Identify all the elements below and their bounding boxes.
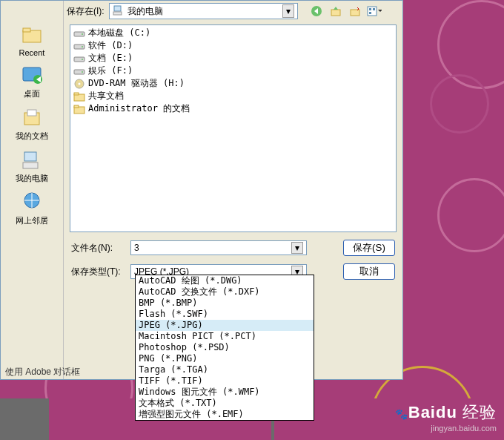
svg-rect-5 — [27, 110, 36, 116]
file-item[interactable]: 娱乐 (F:) — [72, 65, 394, 77]
pawprint-icon — [395, 403, 407, 415]
dvd-icon — [73, 78, 85, 90]
file-item[interactable]: Administrator 的文档 — [72, 102, 394, 115]
svg-rect-15 — [369, 8, 371, 10]
drive-icon — [73, 27, 85, 39]
filetype-option[interactable]: Targa (*.TGA) — [136, 364, 314, 375]
svg-rect-1 — [23, 28, 30, 32]
folder-icon — [73, 103, 85, 115]
svg-point-21 — [82, 46, 83, 47]
filetype-option[interactable]: Photoshop (*.PSD) — [136, 342, 314, 353]
drive-icon — [73, 40, 85, 52]
toolbar: 保存在(I): 我的电脑 ▾ — [64, 1, 402, 22]
file-name: DVD-RAM 驱动器 (H:) — [88, 77, 185, 90]
computer-small-icon — [113, 4, 125, 19]
chevron-down-icon[interactable]: ▾ — [291, 242, 303, 254]
view-menu-button[interactable] — [366, 3, 382, 19]
svg-rect-31 — [74, 105, 79, 108]
svg-rect-14 — [368, 7, 377, 16]
cancel-button[interactable]: 取消 — [343, 263, 395, 280]
sidebar-label: 我的文档 — [16, 131, 48, 142]
places-sidebar: Recent 桌面 我的文档 我的电脑 网上邻居 — [1, 1, 64, 379]
file-list[interactable]: 本地磁盘 (C:)软件 (D:)文档 (E:)娱乐 (F:)DVD-RAM 驱动… — [70, 24, 397, 232]
svg-point-27 — [79, 82, 81, 85]
drive-icon — [73, 65, 85, 77]
svg-rect-29 — [74, 93, 79, 95]
svg-rect-6 — [24, 152, 36, 161]
svg-rect-7 — [23, 162, 38, 168]
filetype-option[interactable]: Windows 图元文件 (*.WMF) — [136, 387, 314, 398]
folder-recent-icon — [20, 23, 44, 47]
svg-rect-16 — [373, 8, 375, 10]
svg-rect-12 — [331, 10, 340, 16]
filetype-option[interactable]: 增强型图元文件 (*.EMF) — [136, 409, 314, 420]
dialog-footer-link[interactable]: 使用 Adobe 对话框 — [1, 364, 84, 379]
svg-rect-17 — [369, 12, 371, 14]
filetype-option[interactable]: AutoCAD 绘图 (*.DWG) — [136, 275, 314, 286]
network-icon — [20, 190, 44, 214]
watermark-url-text: jingyan.baidu.com — [395, 424, 497, 433]
watermark-cn-text: 经验 — [462, 403, 497, 421]
filename-label: 文件名(N): — [71, 242, 123, 255]
filetype-label: 保存类型(T): — [71, 266, 123, 278]
filetype-dropdown-list[interactable]: AutoCAD 绘图 (*.DWG)AutoCAD 交换文件 (*.DXF)BM… — [135, 275, 314, 421]
file-name: 共享文档 — [88, 90, 124, 102]
filetype-option[interactable]: 文本格式 (*.TXT) — [136, 398, 314, 409]
svg-point-25 — [82, 71, 83, 73]
folder-icon — [73, 91, 85, 102]
chevron-down-icon[interactable]: ▾ — [282, 4, 294, 18]
sidebar-item-network[interactable]: 网上邻居 — [16, 190, 48, 226]
file-item[interactable]: 软件 (D:) — [72, 39, 394, 52]
sidebar-label: 网上邻居 — [16, 215, 48, 226]
desktop-icon — [20, 63, 44, 87]
svg-point-19 — [82, 33, 83, 35]
computer-icon — [20, 148, 44, 171]
sidebar-item-documents[interactable]: 我的文档 — [16, 105, 48, 142]
back-button[interactable] — [308, 3, 325, 19]
filename-value: 3 — [134, 243, 139, 253]
sidebar-label: 我的电脑 — [16, 173, 48, 184]
filetype-option[interactable]: AutoCAD 交换文件 (*.DXF) — [136, 286, 314, 298]
file-item[interactable]: DVD-RAM 驱动器 (H:) — [72, 77, 394, 90]
filetype-option[interactable]: Flash (*.SWF) — [136, 309, 314, 320]
svg-rect-10 — [113, 12, 122, 15]
sidebar-label: Recent — [19, 48, 45, 57]
up-button[interactable] — [328, 3, 344, 19]
file-name: Administrator 的文档 — [88, 102, 190, 115]
file-name: 本地磁盘 (C:) — [88, 27, 150, 39]
watermark-brand-text: Baidu — [408, 403, 457, 421]
watermark: Baidu 经验 jingyan.baidu.com — [395, 401, 497, 433]
filetype-option[interactable]: Macintosh PICT (*.PCT) — [136, 331, 314, 342]
sidebar-item-mycomputer[interactable]: 我的电脑 — [16, 148, 48, 184]
file-item[interactable]: 文档 (E:) — [72, 52, 394, 65]
file-item[interactable]: 本地磁盘 (C:) — [72, 27, 394, 39]
svg-rect-13 — [351, 10, 359, 16]
file-name: 娱乐 (F:) — [88, 65, 133, 77]
sidebar-label: 桌面 — [24, 88, 40, 99]
svg-rect-9 — [114, 6, 121, 11]
save-button[interactable]: 保存(S) — [343, 240, 395, 256]
filename-input[interactable]: 3 ▾ — [130, 240, 307, 255]
file-name: 软件 (D:) — [88, 39, 133, 52]
sidebar-item-desktop[interactable]: 桌面 — [20, 63, 44, 99]
file-item[interactable]: 共享文档 — [72, 90, 394, 102]
sidebar-item-recent[interactable]: Recent — [19, 23, 45, 57]
file-name: 文档 (E:) — [88, 52, 133, 65]
documents-icon — [20, 105, 44, 129]
filetype-option[interactable]: BMP (*.BMP) — [136, 298, 314, 309]
drive-icon — [73, 53, 85, 65]
filetype-option[interactable]: TIFF (*.TIF) — [136, 375, 314, 387]
filetype-option[interactable]: PNG (*.PNG) — [136, 353, 314, 364]
svg-point-23 — [82, 59, 83, 60]
filetype-option[interactable]: JPEG (*.JPG) — [136, 320, 314, 331]
save-in-label: 保存在(I): — [67, 5, 105, 18]
location-combobox[interactable]: 我的电脑 ▾ — [109, 3, 298, 19]
new-folder-button[interactable] — [347, 3, 363, 19]
location-text: 我的电脑 — [127, 5, 163, 18]
